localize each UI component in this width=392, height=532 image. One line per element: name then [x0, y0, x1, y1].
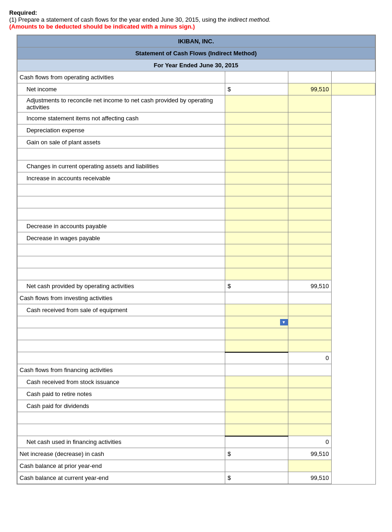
row-label: Net increase (decrease) in cash	[17, 448, 225, 460]
table-row: Cash paid to retire notes	[17, 388, 375, 400]
row-label: Net cash used in financing activities	[17, 436, 225, 448]
row-label: Cash flows from financing activities	[17, 364, 225, 376]
row-label	[17, 424, 225, 436]
dropdown-arrow-icon[interactable]: ▼	[280, 319, 288, 325]
row-label	[17, 196, 225, 208]
required-header: Required: (1) Prepare a statement of cas…	[9, 9, 383, 30]
table-title1: IKIBAN, INC.	[17, 35, 375, 47]
table-row: Net cash used in financing activities0	[17, 436, 375, 448]
table-row	[17, 256, 375, 268]
row-label: Decrease in accounts payable	[17, 220, 225, 232]
instruction-italic: indirect method.	[228, 16, 271, 23]
row-label	[17, 412, 225, 424]
table-row: Net income$99,510	[17, 83, 375, 95]
table-row: Net cash provided by operating activitie…	[17, 280, 375, 292]
row-label: Cash paid for dividends	[17, 400, 225, 412]
table-row: Changes in current operating assets and …	[17, 160, 375, 172]
table-row	[17, 208, 375, 220]
table-row: 0	[17, 352, 375, 364]
table-row	[17, 268, 375, 280]
instruction-line: (1) Prepare a statement of cash flows fo…	[9, 16, 383, 23]
table-row	[17, 244, 375, 256]
table-row	[17, 328, 375, 340]
required-title: Required:	[9, 9, 383, 16]
row-label	[17, 148, 225, 160]
row-label	[17, 316, 225, 328]
table-row: Net increase (decrease) in cash$99,510	[17, 448, 375, 460]
table-row	[17, 412, 375, 424]
table-row: Decrease in accounts payable	[17, 220, 375, 232]
table-row	[17, 196, 375, 208]
table-row: Cash paid for dividends	[17, 400, 375, 412]
table-row: Cash flows from investing activities	[17, 292, 375, 304]
table-row: Increase in accounts receivable	[17, 172, 375, 184]
table-row: Cash flows from operating activities	[17, 71, 375, 83]
row-label	[17, 328, 225, 340]
row-label: Changes in current operating assets and …	[17, 160, 225, 172]
row-label: Cash balance at current year-end	[17, 472, 225, 484]
table-row	[17, 340, 375, 352]
row-label: Net cash provided by operating activitie…	[17, 280, 225, 292]
row-label: Increase in accounts receivable	[17, 172, 225, 184]
table-row: Cash received from sale of equipment	[17, 304, 375, 316]
row-label	[17, 268, 225, 280]
table-row: Decrease in wages payable	[17, 232, 375, 244]
row-label: Cash received from sale of equipment	[17, 304, 225, 316]
row-label: Cash balance at prior year-end	[17, 460, 225, 472]
row-label	[17, 352, 225, 364]
row-label	[17, 256, 225, 268]
table-row: Cash balance at current year-end$99,510	[17, 472, 375, 484]
row-label: Net income	[17, 83, 225, 95]
instruction-text: (1) Prepare a statement of cash flows fo…	[9, 16, 228, 23]
table-row: Cash received from stock issuance	[17, 376, 375, 388]
table-row: ▼	[17, 316, 375, 328]
row-label: Cash flows from investing activities	[17, 292, 225, 304]
table-row	[17, 184, 375, 196]
cash-flow-table: IKIBAN, INC. Statement of Cash Flows (In…	[17, 35, 376, 485]
row-label: Income statement items not affecting cas…	[17, 112, 225, 124]
table-row: Cash flows from financing activities	[17, 364, 375, 376]
row-label: Cash received from stock issuance	[17, 376, 225, 388]
table-row: Adjustments to reconcile net income to n…	[17, 95, 375, 112]
row-label: Cash flows from operating activities	[17, 71, 225, 83]
table-row	[17, 424, 375, 436]
table-row: Cash balance at prior year-end	[17, 460, 375, 472]
dropdown-cell[interactable]: ▼	[225, 316, 288, 328]
row-label	[17, 208, 225, 220]
required-note: (Amounts to be deducted should be indica…	[9, 23, 383, 30]
table-row: Income statement items not affecting cas…	[17, 112, 375, 124]
row-label: Cash paid to retire notes	[17, 388, 225, 400]
row-label: Decrease in wages payable	[17, 232, 225, 244]
table-row	[17, 148, 375, 160]
table-row: Depreciation expense	[17, 124, 375, 136]
table-title2: Statement of Cash Flows (Indirect Method…	[17, 47, 375, 59]
row-label: Adjustments to reconcile net income to n…	[17, 95, 225, 112]
row-label: Depreciation expense	[17, 124, 225, 136]
row-label	[17, 184, 225, 196]
row-label	[17, 340, 225, 352]
row-label: Gain on sale of plant assets	[17, 136, 225, 148]
table-title3: For Year Ended June 30, 2015	[17, 59, 375, 71]
row-label	[17, 244, 225, 256]
table-row: Gain on sale of plant assets	[17, 136, 375, 148]
